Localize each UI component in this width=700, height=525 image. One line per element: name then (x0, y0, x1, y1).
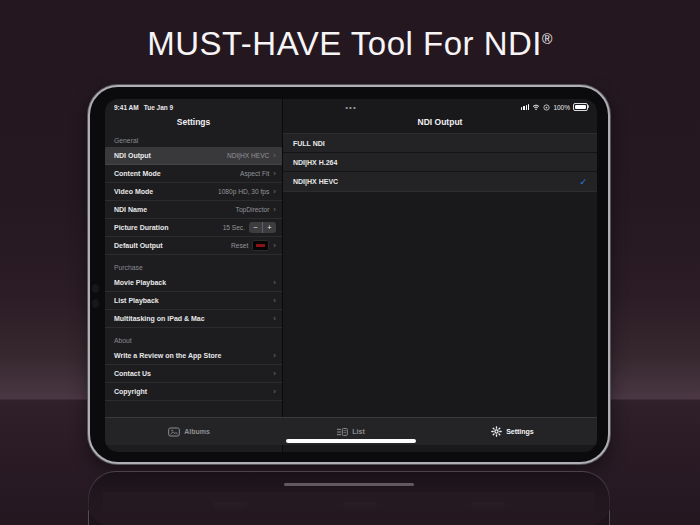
ipad-device: Settings General NDI Output NDI|HX HEVC … (88, 85, 610, 464)
chevron-right-icon: › (273, 169, 276, 177)
volume-down-button (92, 299, 99, 308)
row-label: Default Output (114, 242, 163, 249)
stepper-plus-button[interactable]: + (263, 222, 276, 233)
settings-row-default-output[interactable]: Default Output Reset › (105, 237, 282, 255)
row-label: Multitasking on iPad & Mac (114, 315, 205, 322)
row-label: Picture Duration (114, 224, 168, 231)
chevron-right-icon: › (273, 296, 276, 304)
default-output-thumbnail (252, 240, 269, 251)
ndi-output-panel-title: NDI Output (283, 116, 597, 131)
row-value: Reset (231, 242, 248, 249)
chevron-right-icon: › (273, 151, 276, 159)
wifi-icon (532, 104, 540, 110)
battery-percent: 100% (553, 104, 570, 111)
settings-row-video-mode[interactable]: Video Mode 1080p HD, 30 fps › (105, 183, 282, 201)
section-header-about: About (105, 337, 282, 347)
settings-row-ndi-name[interactable]: NDI Name TopDirector › (105, 201, 282, 219)
settings-panel-title: Settings (105, 116, 282, 131)
reflection-fade (86, 469, 612, 525)
option-label: FULL NDI (293, 140, 325, 147)
ndi-output-option-list: FULL NDI NDI|HX H.264 NDI|HX HEVC ✓ (283, 133, 597, 192)
cellular-signal-icon (521, 104, 530, 109)
row-label: Copyright (114, 388, 147, 395)
chevron-right-icon: › (273, 351, 276, 359)
row-value: 15 Sec. (223, 224, 245, 231)
row-label: Movie Playback (114, 279, 166, 286)
option-full-ndi[interactable]: FULL NDI (283, 134, 597, 153)
chevron-right-icon: › (273, 278, 276, 286)
tab-label: List (352, 428, 364, 435)
settings-row-copyright[interactable]: Copyright › (105, 383, 282, 401)
thumbnail-red-bar (256, 244, 265, 247)
privacy-indicator-icon (543, 104, 550, 111)
app-window: Settings General NDI Output NDI|HX HEVC … (105, 99, 597, 452)
row-value: NDI|HX HEVC (227, 152, 269, 159)
checkmark-icon: ✓ (579, 177, 587, 187)
row-label: Content Mode (114, 170, 161, 177)
page-title: MUST-HAVE Tool For NDI® (0, 24, 700, 64)
row-label: NDI Output (114, 152, 151, 159)
tab-list[interactable]: List (336, 427, 364, 437)
row-value: Aspect Fit (240, 170, 269, 177)
volume-up-button (92, 284, 99, 293)
tab-label: Albums (184, 428, 210, 435)
page-title-text: MUST-HAVE Tool For NDI (147, 25, 542, 62)
settings-row-multitasking[interactable]: Multitasking on iPad & Mac › (105, 310, 282, 328)
settings-row-picture-duration: Picture Duration 15 Sec. − + (105, 219, 282, 237)
settings-row-contact-us[interactable]: Contact Us › (105, 365, 282, 383)
row-label: List Playback (114, 297, 159, 304)
settings-row-ndi-output[interactable]: NDI Output NDI|HX HEVC › (105, 147, 282, 165)
ipad-reflection (88, 471, 610, 525)
chevron-right-icon: › (273, 369, 276, 377)
section-header-purchase: Purchase (105, 264, 282, 274)
tab-settings[interactable]: Settings (491, 426, 534, 437)
chevron-right-icon: › (273, 314, 276, 322)
settings-row-write-review[interactable]: Write a Review on the App Store › (105, 347, 282, 365)
list-icon (336, 427, 348, 437)
chevron-right-icon: › (273, 387, 276, 395)
chevron-right-icon: › (273, 187, 276, 195)
tab-label: Settings (506, 428, 534, 435)
row-value: TopDirector (236, 206, 270, 213)
battery-icon (573, 103, 588, 112)
chevron-right-icon: › (273, 241, 276, 249)
option-label: NDI|HX H.264 (293, 159, 337, 166)
settings-panel: Settings General NDI Output NDI|HX HEVC … (105, 99, 283, 452)
row-label: NDI Name (114, 206, 147, 213)
option-ndihx-hevc[interactable]: NDI|HX HEVC ✓ (283, 172, 597, 191)
settings-row-content-mode[interactable]: Content Mode Aspect Fit › (105, 165, 282, 183)
home-indicator[interactable] (286, 439, 416, 443)
row-label: Video Mode (114, 188, 153, 195)
stepper-minus-button[interactable]: − (249, 222, 263, 233)
option-label: NDI|HX HEVC (293, 178, 338, 185)
chevron-right-icon: › (273, 205, 276, 213)
settings-row-movie-playback[interactable]: Movie Playback › (105, 274, 282, 292)
row-label: Write a Review on the App Store (114, 352, 221, 359)
albums-icon (168, 427, 180, 437)
ndi-output-panel: NDI Output FULL NDI NDI|HX H.264 NDI|HX … (283, 99, 597, 452)
row-value: 1080p HD, 30 fps (218, 188, 269, 195)
promo-page: MUST-HAVE Tool For NDI® Settings General… (0, 0, 700, 525)
duration-stepper: − + (249, 222, 276, 233)
tab-albums[interactable]: Albums (168, 427, 210, 437)
status-bar: ••• 9:41 AM Tue Jan 9 (105, 99, 597, 115)
ipad-screen: Settings General NDI Output NDI|HX HEVC … (105, 99, 597, 452)
row-label: Contact Us (114, 370, 151, 377)
settings-gear-icon (491, 426, 502, 437)
section-header-general: General (105, 137, 282, 147)
option-ndihx-h264[interactable]: NDI|HX H.264 (283, 153, 597, 172)
registered-mark: ® (542, 31, 553, 47)
settings-row-list-playback[interactable]: List Playback › (105, 292, 282, 310)
